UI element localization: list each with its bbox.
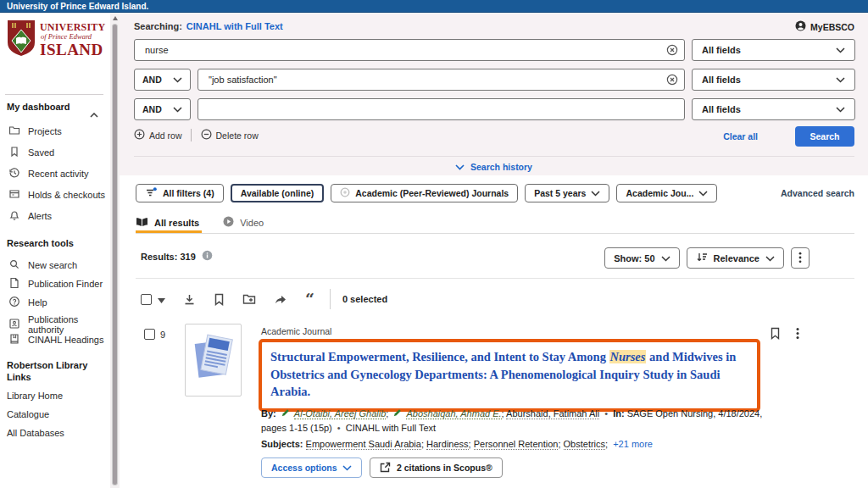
subject-link[interactable]: Hardiness bbox=[426, 439, 469, 450]
download-icon[interactable] bbox=[183, 293, 196, 306]
source-type-chip[interactable]: Academic Jou... bbox=[616, 184, 717, 202]
add-to-folder-icon[interactable] bbox=[242, 293, 256, 305]
search-input-2[interactable] bbox=[198, 69, 685, 91]
open-book-icon bbox=[136, 217, 148, 229]
results-controls: Show: 50 Relevance bbox=[604, 247, 810, 269]
tab-all-results[interactable]: All results bbox=[136, 216, 199, 229]
chevron-down-icon bbox=[342, 463, 352, 473]
add-row-button[interactable]: Add row bbox=[134, 129, 182, 141]
row-tools: Add row Delete row bbox=[134, 129, 259, 141]
show-count-select[interactable]: Show: 50 bbox=[604, 247, 679, 269]
sidebar-item-new-search[interactable]: New search bbox=[8, 258, 77, 272]
search-history-toggle[interactable]: Search history bbox=[120, 162, 868, 172]
past-years-chip[interactable]: Past 5 years bbox=[525, 184, 609, 202]
record-thumbnail[interactable] bbox=[185, 324, 242, 396]
sidebar-item-help[interactable]: Help bbox=[8, 296, 47, 309]
record-type: Academic Journal bbox=[261, 326, 331, 336]
sidebar-item-alerts[interactable]: Alerts bbox=[8, 209, 52, 223]
myebsco-button[interactable]: MyEBSCO bbox=[795, 20, 854, 33]
access-options-button[interactable]: Access options bbox=[261, 458, 362, 478]
more-subjects-link[interactable]: +21 more bbox=[613, 439, 653, 449]
scroll-up-arrow[interactable] bbox=[113, 16, 118, 20]
search-button[interactable]: Search bbox=[795, 126, 854, 147]
chevron-down-icon bbox=[836, 104, 845, 114]
sort-icon bbox=[696, 252, 708, 264]
account-icon bbox=[795, 20, 806, 33]
select-caret-icon[interactable] bbox=[158, 291, 165, 307]
upei-logo-text: UNIVERSITY of Prince Edward ISLAND bbox=[40, 19, 105, 58]
sidebar-header-dashboard[interactable]: My dashboard bbox=[7, 102, 70, 112]
peer-reviewed-chip[interactable]: Academic (Peer-Reviewed) Journals bbox=[331, 184, 518, 202]
operator-select-3[interactable]: AND bbox=[134, 98, 191, 120]
sort-select[interactable]: Relevance bbox=[687, 247, 784, 269]
more-options-button[interactable] bbox=[791, 247, 810, 269]
sidebar-item-cinahl-headings[interactable]: CINAHL Headings bbox=[8, 333, 103, 347]
clear-input-1-icon[interactable] bbox=[666, 44, 678, 59]
clear-input-2-icon[interactable] bbox=[666, 74, 678, 89]
vertical-scrollbar[interactable] bbox=[110, 13, 120, 488]
author-link[interactable]: Aburshaid, Fatimah Ali bbox=[506, 408, 599, 419]
sidebar-item-projects[interactable]: Projects bbox=[8, 125, 62, 138]
folder-icon bbox=[8, 125, 20, 138]
upei-logo[interactable]: UNIVERSITY of Prince Edward ISLAND bbox=[7, 19, 105, 60]
chevron-down-icon bbox=[455, 162, 465, 172]
sidebar-item-saved[interactable]: Saved bbox=[8, 146, 54, 159]
scopus-citations-button[interactable]: 2 citations in Scopus® bbox=[370, 458, 503, 478]
sidebar-item-publication-finder[interactable]: Publication Finder bbox=[8, 277, 103, 291]
record-number: 9 bbox=[160, 330, 165, 340]
field-select-2[interactable]: All fields bbox=[692, 69, 855, 91]
operator-select-2[interactable]: AND bbox=[134, 69, 191, 91]
tab-video[interactable]: Video bbox=[223, 216, 264, 229]
select-all-checkbox[interactable] bbox=[141, 294, 152, 305]
bookmark-icon[interactable] bbox=[214, 293, 225, 306]
filter-sliders-icon bbox=[145, 187, 158, 200]
field-select-1[interactable]: All fields bbox=[692, 39, 855, 61]
record-title[interactable]: Structural Empowerment, Resilience, and … bbox=[270, 348, 748, 401]
institution-bar: University of Prince Edward Island. bbox=[0, 0, 868, 13]
toolbar-divider bbox=[330, 289, 331, 309]
record-bookmark-icon[interactable] bbox=[770, 327, 781, 343]
record-byline: By: Al-Otaibi, Areej Ghalib; Aboshaiqah,… bbox=[261, 407, 770, 435]
filter-chips: All filters (4) Available (online) Acade… bbox=[136, 184, 717, 202]
sidebar-divider bbox=[5, 94, 103, 95]
record-subjects: Subjects: Empowerment Saudi Arabia; Hard… bbox=[261, 439, 787, 449]
sidebar-item-recent-activity[interactable]: Recent activity bbox=[8, 167, 89, 180]
advanced-search-link[interactable]: Advanced search bbox=[781, 188, 854, 198]
sidebar-item-holds-checkouts[interactable]: Holds & checkouts bbox=[8, 188, 105, 202]
institution-name: University of Prince Edward Island. bbox=[7, 2, 148, 11]
search-icon bbox=[8, 258, 20, 272]
chevron-down-icon bbox=[836, 45, 845, 55]
share-icon[interactable] bbox=[274, 293, 287, 305]
author-link[interactable]: Al-Otaibi, Areej Ghalib bbox=[294, 408, 386, 419]
subject-link[interactable]: Empowerment Saudi Arabia bbox=[306, 439, 421, 450]
chevron-up-icon[interactable] bbox=[90, 106, 98, 121]
delete-row-button[interactable]: Delete row bbox=[191, 129, 259, 141]
sidebar-item-publications-authority[interactable]: Publications authority bbox=[8, 314, 110, 335]
cite-icon[interactable]: “ bbox=[305, 294, 314, 304]
play-circle-icon bbox=[223, 216, 234, 229]
scrollbar-thumb[interactable] bbox=[112, 24, 118, 485]
subject-link[interactable]: Obstetrics bbox=[564, 439, 606, 450]
sidebar-link-all-databases[interactable]: All Databases bbox=[7, 428, 64, 438]
sidebar-link-library-home[interactable]: Library Home bbox=[7, 391, 63, 401]
bulk-toolbar: “ 0 selected bbox=[141, 289, 387, 309]
target-circle-icon bbox=[340, 187, 350, 199]
all-filters-chip[interactable]: All filters (4) bbox=[136, 184, 224, 202]
upei-crest-icon bbox=[7, 19, 36, 60]
record-kebab-icon[interactable] bbox=[796, 327, 799, 343]
field-select-3[interactable]: All fields bbox=[692, 98, 855, 120]
author-edit-icon bbox=[281, 408, 292, 419]
sidebar-link-catalogue[interactable]: Catalogue bbox=[7, 409, 49, 419]
info-icon[interactable] bbox=[202, 250, 213, 263]
available-online-chip[interactable]: Available (online) bbox=[231, 184, 325, 202]
minus-circle-icon bbox=[201, 129, 212, 141]
author-link[interactable]: Aboshaiqah, Ahmad E. bbox=[406, 408, 501, 419]
clear-all-link[interactable]: Clear all bbox=[723, 131, 758, 141]
record-checkbox[interactable] bbox=[144, 329, 155, 340]
subject-link[interactable]: Personnel Retention bbox=[474, 439, 559, 450]
record-title-box[interactable]: Structural Empowerment, Resilience, and … bbox=[259, 339, 760, 412]
kebab-icon bbox=[798, 252, 802, 265]
database-link[interactable]: CINAHL with Full Text bbox=[186, 21, 283, 31]
search-input-3[interactable] bbox=[198, 98, 685, 120]
search-input-1[interactable] bbox=[134, 39, 685, 61]
